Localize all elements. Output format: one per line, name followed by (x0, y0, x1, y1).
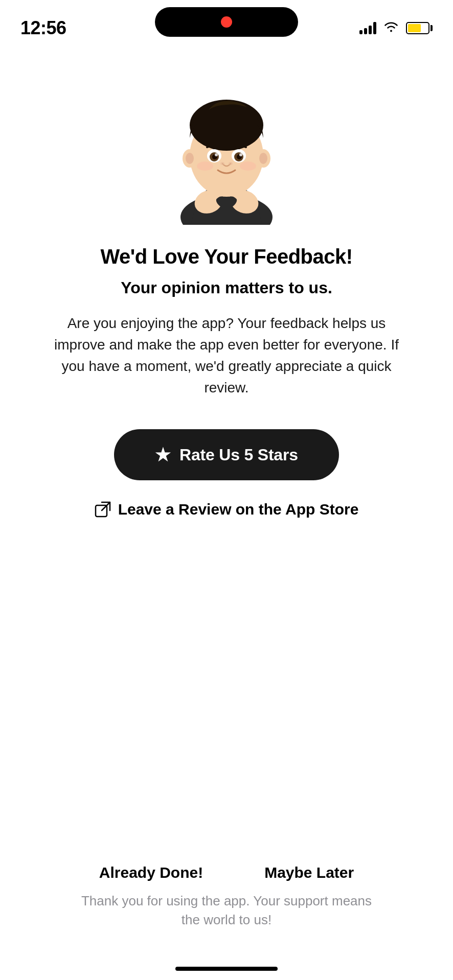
signal-icon (359, 22, 376, 34)
signal-bar-2 (364, 28, 367, 34)
battery-body (406, 22, 429, 34)
status-right-icons (359, 20, 433, 36)
svg-point-19 (240, 161, 256, 171)
status-bar: 12:56 (0, 0, 453, 51)
battery-fill (408, 24, 421, 32)
dynamic-island-pill (155, 7, 298, 37)
svg-point-15 (239, 153, 242, 156)
home-indicator (175, 967, 278, 971)
feedback-heading: We'd Love Your Feedback! (100, 245, 352, 268)
signal-bar-3 (369, 26, 372, 34)
bottom-section: Already Done! Maybe Later Thank you for … (0, 864, 453, 929)
record-indicator (221, 16, 232, 28)
feedback-description: Are you enjoying the app? Your feedback … (53, 313, 400, 399)
svg-point-17 (229, 162, 233, 165)
maybe-later-button[interactable]: Maybe Later (264, 864, 354, 881)
memoji-avatar (165, 82, 288, 225)
rate-us-button[interactable]: ★ Rate Us 5 Stars (114, 429, 339, 480)
svg-point-6 (186, 153, 194, 164)
status-time: 12:56 (20, 17, 66, 39)
svg-point-16 (220, 162, 224, 165)
star-icon: ★ (155, 445, 170, 465)
signal-bar-4 (373, 22, 376, 34)
battery-tip (431, 25, 433, 31)
feedback-subheading: Your opinion matters to us. (121, 278, 332, 297)
memoji-area (165, 82, 288, 225)
bottom-actions: Already Done! Maybe Later (0, 864, 453, 881)
review-link[interactable]: Leave a Review on the App Store (95, 501, 359, 518)
svg-point-7 (259, 153, 267, 164)
battery-icon (406, 22, 433, 34)
svg-point-18 (197, 161, 213, 171)
already-done-button[interactable]: Already Done! (99, 864, 203, 881)
wifi-icon (383, 20, 399, 36)
dynamic-island (155, 7, 298, 37)
external-link-icon (95, 501, 111, 518)
thank-you-text: Thank you for using the app. Your suppor… (73, 892, 380, 929)
svg-point-14 (215, 153, 218, 156)
main-content: We'd Love Your Feedback! Your opinion ma… (0, 51, 453, 980)
rate-button-label: Rate Us 5 Stars (179, 446, 298, 464)
review-link-label: Leave a Review on the App Store (118, 501, 359, 518)
signal-bar-1 (359, 30, 363, 34)
